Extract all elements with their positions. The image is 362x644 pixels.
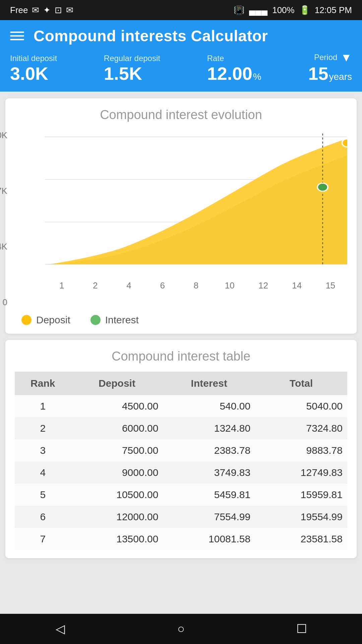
x-label-2: 2 [78,280,112,291]
table-wrapper: Rank Deposit Interest Total 1 4500.00 54… [15,372,347,550]
table-row: 3 7500.00 2383.78 9883.78 [15,439,347,462]
chart-title: Compound interest evolution [15,108,347,122]
table-row: 7 13500.00 10081.58 23581.58 [15,528,347,550]
cell-total: 12749.83 [255,462,347,484]
icon-cam: ⊡ [55,5,62,15]
compound-interest-table: Rank Deposit Interest Total 1 4500.00 54… [15,372,347,550]
cell-total: 19554.99 [255,506,347,528]
rate-block: Rate 12.00% [207,54,261,84]
cell-total: 23581.58 [255,528,347,550]
cell-total: 5040.00 [255,395,347,417]
y-axis-labels: 79,0K 52,7K 26,4K 0 [0,130,7,308]
col-rank: Rank [15,372,71,395]
main-content: Compound interest evolution 79,0K 52,7K … [0,92,362,564]
deposit-legend-dot [21,315,32,325]
cell-deposit: 7500.00 [71,439,163,462]
home-button[interactable]: ○ [168,619,194,639]
interest-legend-dot [90,315,101,325]
cell-rank: 6 [15,506,71,528]
icon-gmail: ✉ [66,5,73,15]
x-label-14: 14 [280,280,314,291]
deposit-dot [342,139,347,147]
y-label-top: 79,0K [0,130,7,141]
recents-button[interactable]: ☐ [288,619,315,639]
legend-deposit: Deposit [21,314,70,326]
regular-deposit-block: Regular deposit 1.5K [104,54,160,84]
app-title: Compound interests Calculator [34,27,268,45]
chart-svg [45,130,347,278]
initial-deposit-block: Initial deposit 3.0K [10,54,57,84]
dropdown-arrow-icon[interactable]: ▼ [341,52,352,63]
bottom-nav: ◁ ○ ☐ [0,614,362,644]
regular-deposit-label: Regular deposit [104,54,160,63]
cell-rank: 7 [15,528,71,550]
initial-deposit-label: Initial deposit [10,54,57,63]
table-header-row: Rank Deposit Interest Total [15,372,347,395]
cell-deposit: 4500.00 [71,395,163,417]
deposit-legend-label: Deposit [36,314,70,326]
regular-deposit-value: 1.5K [104,64,160,84]
period-row: Period ▼ [314,52,352,63]
icon-msg: ✉ [32,5,39,15]
clock: 12:05 PM [315,5,352,15]
cell-rank: 3 [15,439,71,462]
cell-rank: 2 [15,417,71,439]
cell-interest: 540.00 [163,395,255,417]
table-row: 4 9000.00 3749.83 12749.83 [15,462,347,484]
interest-legend-label: Interest [105,314,139,326]
x-label-12: 12 [246,280,280,291]
chart-area [45,130,347,278]
table-row: 1 4500.00 540.00 5040.00 [15,395,347,417]
cell-rank: 1 [15,395,71,417]
table-row: 2 6000.00 1324.80 7324.80 [15,417,347,439]
col-interest: Interest [163,372,255,395]
chart-container: 79,0K 52,7K 26,4K 0 [15,130,347,308]
cell-interest: 7554.99 [163,506,255,528]
status-bar-left: Free ✉ ✦ ⊡ ✉ [10,5,73,15]
cell-deposit: 12000.00 [71,506,163,528]
header-stats: Initial deposit 3.0K Regular deposit 1.5… [10,50,352,84]
back-button[interactable]: ◁ [47,619,74,639]
x-label-8: 8 [179,280,213,291]
cell-interest: 1324.80 [163,417,255,439]
battery-icon: 🔋 [299,5,310,15]
cell-interest: 5459.81 [163,484,255,506]
icon-nav: ✦ [43,5,51,15]
y-label-mid2: 52,7K [0,186,7,196]
app-header: Compound interests Calculator Initial de… [0,20,362,92]
cell-rank: 5 [15,484,71,506]
y-label-mid1: 26,4K [0,241,7,252]
chart-card: Compound interest evolution 79,0K 52,7K … [5,98,357,334]
status-free: Free [10,5,28,15]
status-bar-right: 📳 ▄▄▄ 100% 🔋 12:05 PM [234,5,352,15]
cell-deposit: 13500.00 [71,528,163,550]
y-label-bot: 0 [2,297,7,308]
cell-total: 9883.78 [255,439,347,462]
x-label-6: 6 [146,280,179,291]
period-value: 15years [308,64,352,84]
table-title: Compound interest table [15,349,347,364]
cell-deposit: 6000.00 [71,417,163,439]
cell-rank: 4 [15,462,71,484]
battery-text: 100% [272,5,295,15]
table-row: 5 10500.00 5459.81 15959.81 [15,484,347,506]
x-axis-labels: 1 2 4 6 8 10 12 14 15 [45,278,347,291]
cell-deposit: 10500.00 [71,484,163,506]
status-bar: Free ✉ ✦ ⊡ ✉ 📳 ▄▄▄ 100% 🔋 12:05 PM [0,0,362,20]
x-label-4: 4 [112,280,145,291]
deposit-area [49,139,347,264]
cell-interest: 2383.78 [163,439,255,462]
hamburger-menu[interactable] [10,32,24,40]
x-label-15: 15 [314,280,347,291]
rate-label: Rate [207,54,261,63]
cell-total: 7324.80 [255,417,347,439]
vibrate-icon: 📳 [234,5,244,15]
table-card: Compound interest table Rank Deposit Int… [5,340,357,558]
period-label: Period [314,53,337,62]
legend-interest: Interest [90,314,139,326]
rate-value: 12.00% [207,64,261,84]
cell-interest: 10081.58 [163,528,255,550]
interest-dot [317,183,328,191]
x-label-10: 10 [213,280,246,291]
period-block[interactable]: Period ▼ 15years [308,52,352,84]
